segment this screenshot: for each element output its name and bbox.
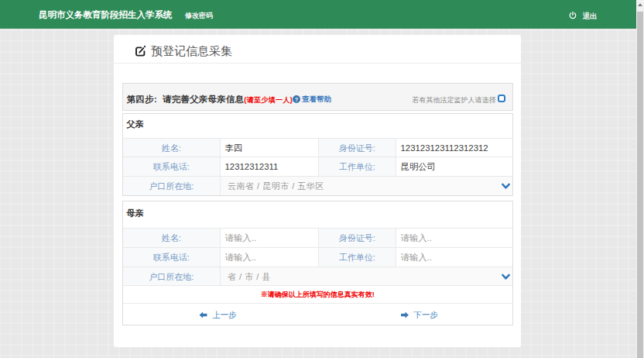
svg-text:?: ? — [294, 96, 297, 102]
